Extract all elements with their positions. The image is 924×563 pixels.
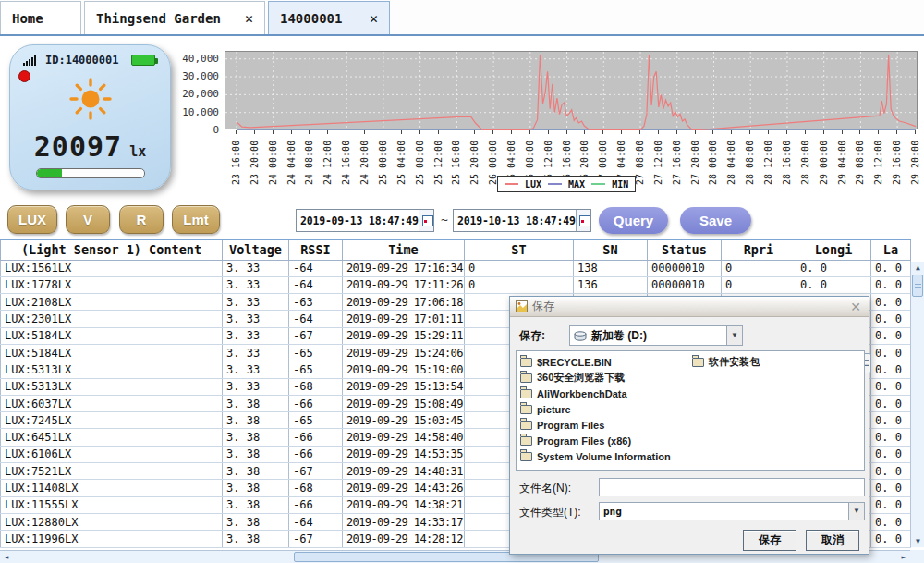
column-header[interactable]: ST — [465, 239, 574, 260]
folder-item[interactable]: System Volume Information — [520, 448, 692, 464]
chevron-down-icon[interactable]: ▼ — [726, 326, 742, 345]
cell-content: LUX:6037LX — [1, 395, 223, 411]
app-window: HomeThingsend Garden✕14000001✕ ID:140000… — [0, 0, 924, 563]
cell-voltage: 3. 33 — [223, 344, 289, 361]
tab-thingsend-garden[interactable]: Thingsend Garden✕ — [84, 1, 265, 34]
file-type-value: png — [600, 506, 848, 518]
folder-item[interactable]: 软件安装包 — [692, 354, 864, 370]
scrollbar-corner — [910, 550, 924, 563]
column-header[interactable]: SN — [574, 239, 648, 260]
save-button[interactable]: Save — [680, 207, 751, 234]
folder-item[interactable]: AliWorkbenchData — [520, 386, 692, 401]
vertical-scrollbar[interactable]: ▲ ▼ — [910, 262, 924, 547]
folder-item[interactable]: Program Files — [520, 417, 692, 433]
cell-voltage: 3. 33 — [223, 276, 289, 293]
tab-14000001[interactable]: 14000001✕ — [268, 1, 390, 34]
column-header[interactable]: Time — [343, 239, 465, 260]
cell-content: LUX:11555LX — [1, 496, 223, 513]
y-axis-label: 10,000 — [177, 106, 219, 118]
cell-sn: 136 — [574, 276, 648, 293]
cell-la: 0. 0 — [871, 361, 911, 378]
look-in-label: 保存: — [519, 328, 545, 344]
date-range-separator: ~ — [441, 213, 448, 226]
folder-name: Program Files (x86) — [537, 435, 631, 447]
column-header[interactable]: Voltage — [223, 239, 289, 260]
cell-la: 0. 0 — [871, 446, 911, 462]
file-type-combobox[interactable]: png ▼ — [599, 502, 865, 520]
tab-home[interactable]: Home — [0, 1, 81, 34]
cell-time: 2019-09-29 17:16:34 — [343, 260, 465, 276]
cell-longi: 0. 0 — [796, 276, 871, 293]
cell-time: 2019-09-29 15:08:49 — [343, 395, 465, 411]
cell-content: LUX:2108LX — [1, 294, 223, 311]
date-to-input[interactable] — [454, 211, 576, 230]
folder-name: AliWorkbenchData — [537, 388, 627, 399]
calendar-icon[interactable] — [576, 210, 590, 231]
x-axis-label: 28 04:00 — [726, 135, 737, 185]
cell-longi: 0. 0 — [796, 260, 871, 276]
column-header[interactable]: Longi — [796, 239, 871, 260]
x-axis-label: 29 08:00 — [855, 135, 866, 185]
cell-rssi: -64 — [289, 513, 343, 530]
cell-la: 0. 0 — [871, 344, 911, 361]
x-axis-tick — [731, 130, 732, 134]
x-axis-tick — [254, 130, 255, 134]
dialog-save-button[interactable]: 保存 — [743, 530, 796, 551]
folder-item[interactable]: Program Files (x86) — [520, 433, 692, 448]
lux-button[interactable]: LUX — [7, 205, 57, 234]
folder-icon — [520, 373, 532, 383]
cell-time: 2019-09-29 15:29:11 — [343, 327, 465, 344]
x-axis-label: 23 16:00 — [231, 135, 242, 185]
column-header[interactable]: (Light Sensor 1) Content — [1, 239, 223, 260]
cell-rpri: 0 — [722, 260, 796, 276]
cell-content: LUX:5184LX — [1, 344, 223, 361]
x-axis-tick — [768, 130, 769, 134]
dialog-close-icon[interactable]: ✕ — [848, 300, 863, 314]
y-axis-label: 0 — [177, 124, 219, 136]
query-button[interactable]: Query — [599, 207, 668, 234]
column-header[interactable]: La — [871, 239, 911, 260]
x-axis-tick — [346, 130, 346, 134]
cell-la: 0. 0 — [871, 463, 911, 480]
folder-item[interactable]: picture — [520, 401, 692, 417]
x-axis-label: 28 20:00 — [800, 135, 811, 185]
legend-label: MAX — [568, 179, 585, 190]
dialog-cancel-button[interactable]: 取消 — [806, 530, 859, 551]
vertical-scrollbar-thumb[interactable] — [912, 275, 923, 297]
cell-rssi: -67 — [289, 463, 343, 480]
look-in-combobox[interactable]: 新加卷 (D:) ▼ — [569, 325, 743, 346]
file-name-input[interactable] — [599, 478, 865, 496]
r-button[interactable]: R — [119, 205, 164, 234]
folder-item[interactable]: 360安全浏览器下载 — [520, 370, 692, 386]
table-row[interactable]: LUX:1561LX3. 33-642019-09-29 17:16:34013… — [1, 260, 911, 276]
chevron-down-icon[interactable]: ▼ — [848, 503, 864, 520]
cell-content: LUX:7521LX — [1, 463, 223, 480]
table-row[interactable]: LUX:1778LX3. 33-642019-09-29 17:11:26013… — [1, 276, 911, 293]
dialog-titlebar[interactable]: 保存 ✕ — [510, 297, 869, 317]
column-header[interactable]: RSSI — [289, 239, 343, 260]
cell-voltage: 3. 33 — [223, 378, 289, 395]
cell-la: 0. 0 — [871, 311, 911, 327]
scroll-right-icon[interactable]: ► — [897, 551, 910, 563]
x-axis-label: 29 12:00 — [873, 135, 884, 185]
column-header[interactable]: Status — [648, 239, 722, 260]
x-axis-label: 29 04:00 — [837, 135, 848, 185]
cell-st: 0 — [465, 276, 574, 293]
scroll-up-icon[interactable]: ▲ — [911, 262, 924, 274]
scroll-down-icon[interactable]: ▼ — [911, 535, 924, 547]
cell-voltage: 3. 38 — [223, 496, 289, 513]
file-type-label: 文件类型(T): — [519, 505, 581, 520]
cell-la: 0. 0 — [871, 260, 911, 276]
cell-time: 2019-09-29 15:19:00 — [343, 361, 465, 378]
dialog-app-icon — [516, 300, 528, 312]
close-icon[interactable]: ✕ — [245, 10, 253, 27]
v-button[interactable]: V — [66, 205, 110, 234]
lmt-button[interactable]: Lmt — [172, 205, 220, 234]
x-axis-tick — [529, 130, 530, 134]
date-from-input[interactable] — [297, 211, 419, 230]
column-header[interactable]: Rpri — [722, 239, 796, 260]
folder-item[interactable]: $RECYCLE.BIN — [520, 354, 692, 370]
scroll-left-icon[interactable]: ◄ — [0, 551, 13, 563]
close-icon[interactable]: ✕ — [370, 10, 378, 27]
calendar-icon[interactable] — [419, 210, 433, 231]
